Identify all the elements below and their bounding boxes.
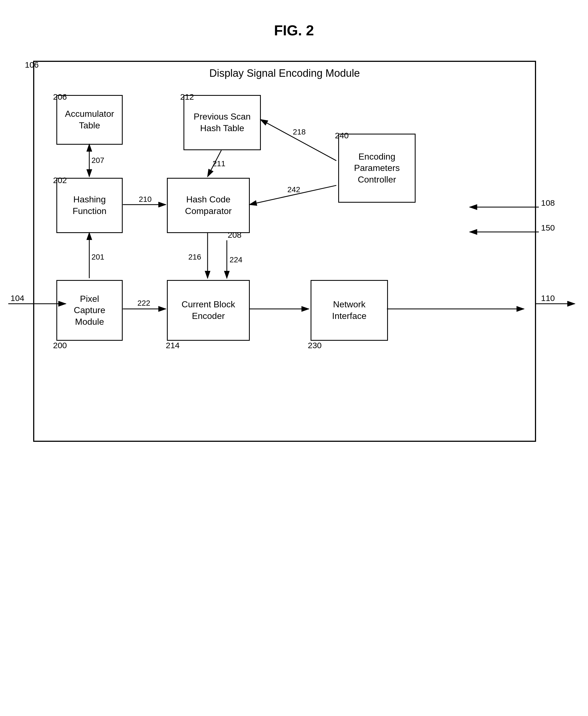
pixel-capture-box: Pixel Capture Module <box>56 280 123 341</box>
svg-text:201: 201 <box>91 253 104 261</box>
module-outer-box: Display Signal Encoding Module Accumulat… <box>33 61 536 442</box>
svg-text:222: 222 <box>137 299 150 307</box>
hashing-function-label: Hashing Function <box>73 194 107 217</box>
encoding-params-box: Encoding Parameters Controller <box>338 134 416 203</box>
current-block-encoder-box: Current Block Encoder <box>167 280 250 341</box>
accumulator-table-label: Accumulator Table <box>65 108 114 131</box>
svg-text:210: 210 <box>139 195 152 203</box>
ref-240: 240 <box>335 131 349 140</box>
hash-code-comparator-label: Hash Code Comparator <box>185 194 232 217</box>
accumulator-table-box: Accumulator Table <box>56 95 123 145</box>
svg-text:242: 242 <box>287 185 300 194</box>
network-interface-box: Network Interface <box>311 280 388 341</box>
current-block-encoder-label: Current Block Encoder <box>182 299 235 322</box>
svg-text:224: 224 <box>230 255 243 264</box>
svg-line-10 <box>260 120 336 161</box>
module-label: Display Signal Encoding Module <box>34 67 535 79</box>
network-interface-label: Network Interface <box>332 299 367 322</box>
svg-text:104: 104 <box>10 294 24 303</box>
svg-text:218: 218 <box>293 128 306 136</box>
previous-scan-label: Previous Scan Hash Table <box>194 111 251 134</box>
ref-208: 208 <box>228 230 241 240</box>
svg-text:216: 216 <box>188 253 202 261</box>
ref-214: 214 <box>166 341 180 350</box>
ref-200: 200 <box>53 341 67 350</box>
svg-text:108: 108 <box>541 198 555 208</box>
svg-text:110: 110 <box>541 294 555 303</box>
hashing-function-box: Hashing Function <box>56 178 123 233</box>
ref-202: 202 <box>53 176 67 185</box>
svg-text:207: 207 <box>91 156 104 165</box>
ref-230: 230 <box>308 341 322 350</box>
ref-212: 212 <box>180 92 194 102</box>
pixel-capture-label: Pixel Capture Module <box>74 293 105 328</box>
svg-text:150: 150 <box>541 223 555 232</box>
svg-line-8 <box>208 150 221 176</box>
svg-text:211: 211 <box>212 159 226 168</box>
ref-206: 206 <box>53 92 67 102</box>
page-title: FIG. 2 <box>0 22 588 39</box>
hash-code-comparator-box: Hash Code Comparator <box>167 178 250 233</box>
encoding-params-label: Encoding Parameters Controller <box>354 151 400 186</box>
svg-line-16 <box>250 185 337 204</box>
previous-scan-box: Previous Scan Hash Table <box>184 95 261 150</box>
